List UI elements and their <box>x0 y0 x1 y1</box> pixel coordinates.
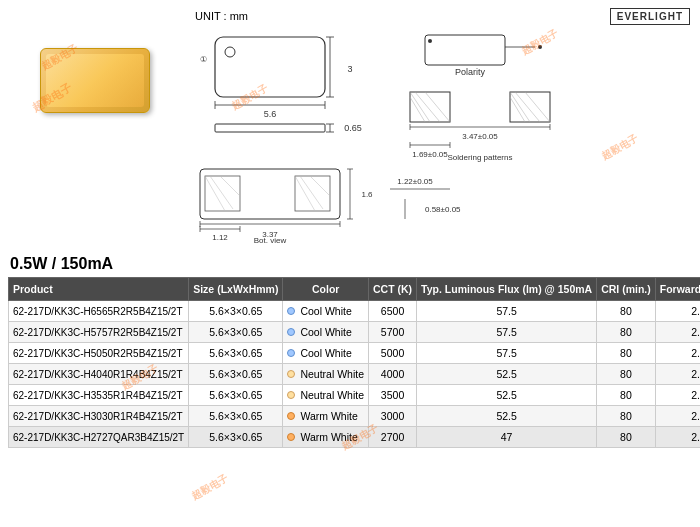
cell-size: 5.6×3×0.65 <box>189 343 283 364</box>
cell-voltage: 2.8~3.5 <box>655 343 700 364</box>
cell-cct: 4000 <box>369 364 417 385</box>
svg-text:1.12: 1.12 <box>212 233 228 242</box>
svg-text:3: 3 <box>347 64 352 74</box>
cell-color: Cool White <box>283 343 369 364</box>
cell-voltage: 2.8~3.5 <box>655 427 700 448</box>
cell-product: 62-217D/KK3C-H3535R1R4B4Z15/2T <box>9 385 189 406</box>
polarity-diagram: Polarity <box>405 27 605 82</box>
cell-flux: 52.5 <box>417 385 597 406</box>
cell-color: Neutral White <box>283 385 369 406</box>
svg-text:1.22±0.05: 1.22±0.05 <box>397 177 433 186</box>
cell-flux: 52.5 <box>417 406 597 427</box>
cell-flux: 57.5 <box>417 322 597 343</box>
svg-text:0.58±0.05: 0.58±0.05 <box>425 205 461 214</box>
color-dot <box>287 328 295 336</box>
cell-color: Cool White <box>283 322 369 343</box>
cell-size: 5.6×3×0.65 <box>189 301 283 322</box>
svg-rect-40 <box>200 169 340 219</box>
svg-text:①: ① <box>200 55 207 64</box>
svg-rect-0 <box>215 37 325 97</box>
cell-color: Warm White <box>283 406 369 427</box>
table-row: 62-217D/KK3C-H3535R1R4B4Z15/2T 5.6×3×0.6… <box>9 385 701 406</box>
cell-cri: 80 <box>597 406 656 427</box>
cell-cct: 3500 <box>369 385 417 406</box>
table-section: Product Size (LxWxHmm) Color CCT (K) Typ… <box>0 277 700 448</box>
cell-cct: 6500 <box>369 301 417 322</box>
svg-line-24 <box>425 92 450 122</box>
svg-point-19 <box>538 45 542 49</box>
color-dot <box>287 412 295 420</box>
cell-flux: 47 <box>417 427 597 448</box>
table-header: Product Size (LxWxHmm) Color CCT (K) Typ… <box>9 278 701 301</box>
cell-cct: 5000 <box>369 343 417 364</box>
col-header-size: Size (LxWxHmm) <box>189 278 283 301</box>
watermark-t3: 超毅电子 <box>189 471 231 503</box>
cell-color: Warm White <box>283 427 369 448</box>
cell-cri: 80 <box>597 364 656 385</box>
cell-cri: 80 <box>597 385 656 406</box>
table-row: 62-217D/KK3C-H3030R1R4B4Z15/2T 5.6×3×0.6… <box>9 406 701 427</box>
cell-product: 62-217D/KK3C-H6565R2R5B4Z15/2T <box>9 301 189 322</box>
product-table: Product Size (LxWxHmm) Color CCT (K) Typ… <box>8 277 700 448</box>
color-label: Neutral White <box>300 368 364 380</box>
col-header-voltage: Forward Voltage (V) <box>655 278 700 301</box>
color-label: Warm White <box>300 431 357 443</box>
cell-voltage: 2.8~3.5 <box>655 385 700 406</box>
svg-point-20 <box>428 39 432 43</box>
cell-size: 5.6×3×0.65 <box>189 427 283 448</box>
svg-text:1.69±0.05: 1.69±0.05 <box>412 150 448 159</box>
color-dot <box>287 307 295 315</box>
top-view-diagram: 5.6 3 0.65 ① <box>195 27 385 157</box>
cell-cct: 3000 <box>369 406 417 427</box>
cell-flux: 57.5 <box>417 301 597 322</box>
col-header-cri: CRI (min.) <box>597 278 656 301</box>
cell-flux: 57.5 <box>417 343 597 364</box>
cell-product: 62-217D/KK3C-H3030R1R4B4Z15/2T <box>9 406 189 427</box>
cell-cri: 80 <box>597 301 656 322</box>
cell-size: 5.6×3×0.65 <box>189 406 283 427</box>
col-header-cct: CCT (K) <box>369 278 417 301</box>
svg-text:1.6: 1.6 <box>361 190 373 199</box>
table-row: 62-217D/KK3C-H2727QAR3B4Z15/2T 5.6×3×0.6… <box>9 427 701 448</box>
svg-text:Polarity: Polarity <box>455 67 486 77</box>
soldering-diagram: 3.47±0.05 1.69±0.05 Soldering patterns <box>405 87 605 162</box>
svg-line-22 <box>410 92 430 122</box>
led-shape <box>40 48 150 113</box>
unit-label: UNIT : mm <box>195 10 690 22</box>
svg-rect-10 <box>215 124 325 132</box>
cell-voltage: 2.8~3.5 <box>655 406 700 427</box>
cell-product: 62-217D/KK3C-H5757R2R5B4Z15/2T <box>9 322 189 343</box>
table-row: 62-217D/KK3C-H5050R2R5B4Z15/2T 5.6×3×0.6… <box>9 343 701 364</box>
cell-cct: 5700 <box>369 322 417 343</box>
col-header-flux: Typ. Luminous Flux (lm) @ 150mA <box>417 278 597 301</box>
color-label: Cool White <box>300 326 351 338</box>
cell-cri: 80 <box>597 343 656 364</box>
cell-product: 62-217D/KK3C-H4040R1R4B4Z15/2T <box>9 364 189 385</box>
cell-size: 5.6×3×0.65 <box>189 385 283 406</box>
col-header-product: Product <box>9 278 189 301</box>
cell-size: 5.6×3×0.65 <box>189 364 283 385</box>
svg-line-29 <box>525 92 550 122</box>
power-label: 0.5W / 150mA <box>0 249 700 277</box>
color-dot <box>287 391 295 399</box>
color-label: Cool White <box>300 305 351 317</box>
cell-cri: 80 <box>597 427 656 448</box>
diagrams-area: UNIT : mm 5.6 3 <box>180 10 690 244</box>
table-row: 62-217D/KK3C-H4040R1R4B4Z15/2T 5.6×3×0.6… <box>9 364 701 385</box>
cell-product: 62-217D/KK3C-H2727QAR3B4Z15/2T <box>9 427 189 448</box>
cell-color: Cool White <box>283 301 369 322</box>
svg-line-23 <box>415 92 440 122</box>
color-label: Neutral White <box>300 389 364 401</box>
svg-text:0.65: 0.65 <box>344 123 362 133</box>
cell-cri: 80 <box>597 322 656 343</box>
table-body: 62-217D/KK3C-H6565R2R5B4Z15/2T 5.6×3×0.6… <box>9 301 701 448</box>
svg-text:Bot. view: Bot. view <box>254 236 287 244</box>
cell-cct: 2700 <box>369 427 417 448</box>
svg-line-30 <box>510 97 525 122</box>
color-label: Cool White <box>300 347 351 359</box>
cell-product: 62-217D/KK3C-H5050R2R5B4Z15/2T <box>9 343 189 364</box>
svg-rect-16 <box>425 35 505 65</box>
svg-text:3.47±0.05: 3.47±0.05 <box>462 132 498 141</box>
svg-line-27 <box>510 92 530 122</box>
bottom-view-diagram: 3.37 1.6 1.12 Bot. view 1.22±0.05 0.58±0… <box>195 164 495 244</box>
